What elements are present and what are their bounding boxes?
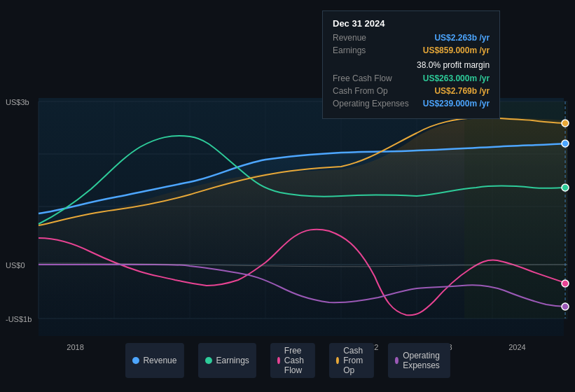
svg-point-21: [562, 303, 569, 310]
legend-item-opex[interactable]: Operating Expenses: [388, 343, 450, 378]
tooltip-row-cashop: Cash From Op US$2.769b /yr: [333, 86, 490, 96]
svg-point-19: [562, 120, 569, 127]
legend-item-earnings[interactable]: Earnings: [198, 343, 256, 378]
legend-item-fcf[interactable]: Free Cash Flow: [270, 343, 315, 378]
legend-label-opex: Operating Expenses: [403, 351, 443, 370]
legend-label-fcf: Free Cash Flow: [284, 346, 308, 375]
tooltip-label-fcf: Free Cash Flow: [333, 74, 392, 83]
x-label-2024: 2024: [508, 343, 525, 351]
y-label-neg1b: -US$1b: [6, 315, 32, 323]
tooltip-label-cashop: Cash From Op: [333, 86, 388, 96]
tooltip-box: Dec 31 2024 Revenue US$2.263b /yr Earnin…: [322, 10, 500, 119]
tooltip-label-earnings: Earnings: [333, 46, 366, 55]
legend-label-cashop: Cash From Op: [343, 346, 367, 375]
tooltip-value-revenue: US$2.263b /yr: [434, 33, 490, 43]
chart-legend: Revenue Earnings Free Cash Flow Cash Fro…: [125, 343, 450, 378]
legend-dot-opex: [395, 357, 399, 364]
tooltip-value-opex: US$239.000m /yr: [423, 99, 490, 108]
tooltip-date: Dec 31 2024: [333, 18, 490, 29]
tooltip-row-opex: Operating Expenses US$239.000m /yr: [333, 99, 490, 108]
legend-item-revenue[interactable]: Revenue: [125, 343, 183, 378]
svg-point-20: [562, 280, 569, 287]
legend-item-cashop[interactable]: Cash From Op: [329, 343, 374, 378]
chart-container: US$3b US$0 -US$1b 2018 2019 2020 2021 20…: [0, 0, 575, 392]
svg-point-18: [562, 184, 569, 191]
tooltip-row-revenue: Revenue US$2.263b /yr: [333, 33, 490, 43]
tooltip-value-earnings: US$859.000m /yr: [423, 46, 490, 55]
legend-dot-earnings: [205, 357, 212, 364]
legend-dot-fcf: [277, 357, 280, 364]
tooltip-row-earnings: Earnings US$859.000m /yr: [333, 46, 490, 55]
legend-label-earnings: Earnings: [216, 356, 249, 365]
svg-point-17: [562, 140, 569, 147]
tooltip-row-fcf: Free Cash Flow US$263.000m /yr: [333, 74, 490, 83]
legend-dot-revenue: [132, 357, 139, 364]
tooltip-value-fcf: US$263.000m /yr: [423, 74, 490, 83]
legend-dot-cashop: [336, 357, 339, 364]
tooltip-profit-margin: 38.0% profit margin: [417, 60, 490, 70]
x-label-2018: 2018: [67, 343, 83, 351]
y-label-3b: US$3b: [6, 98, 29, 106]
tooltip-label-opex: Operating Expenses: [333, 99, 409, 108]
y-label-0: US$0: [6, 261, 25, 270]
legend-label-revenue: Revenue: [143, 356, 176, 365]
tooltip-value-cashop: US$2.769b /yr: [434, 86, 490, 96]
tooltip-label-revenue: Revenue: [333, 33, 366, 43]
